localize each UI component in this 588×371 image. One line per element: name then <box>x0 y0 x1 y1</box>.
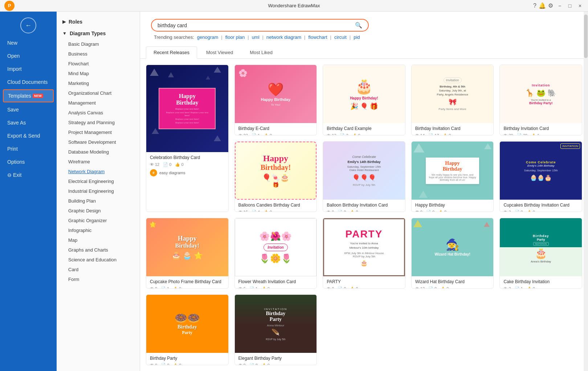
category-mind-map[interactable]: Mind Map <box>57 69 140 78</box>
exit-icon: ⊖ <box>7 172 12 178</box>
template-card-cake-inv[interactable]: Birthday Party INVITATION 🎂 Anna's Birth… <box>499 218 582 289</box>
card-info-balloons: Balloons Candies Birthday Card 👁 16 📄 4 … <box>235 200 317 212</box>
template-card-example[interactable]: 🎂 Happy Birthday! 🎉 🎈 🎁 Birthday Card Ex… <box>323 65 405 135</box>
sidebar-item-cloud[interactable]: Cloud Documents <box>0 76 57 89</box>
roles-arrow-icon: ▶ <box>62 19 66 24</box>
card-title-cake-inv: Cake Birthday Invitation <box>503 279 578 285</box>
back-button[interactable]: ← <box>20 17 36 33</box>
category-basic-diagram[interactable]: Basic Diagram <box>57 39 140 49</box>
category-graphic-design[interactable]: Graphic Design <box>57 206 140 216</box>
roles-header[interactable]: ▶ Roles <box>57 16 140 28</box>
sidebar-item-print[interactable]: Print <box>0 142 57 155</box>
trending-searches: Trending searches: genogram | floor plan… <box>151 34 577 40</box>
category-database[interactable]: Database Modeling <box>57 147 140 157</box>
search-icon[interactable]: 🔍 <box>355 22 362 29</box>
template-card-cupcake-frame[interactable]: Happy Birthday! 🎂 🧁 ⭐ 🌟 Cupcake Photo Fr… <box>146 218 229 289</box>
sidebar-item-exit[interactable]: ⊖ Exit <box>0 168 57 182</box>
card-image-wizard: 🧙 Wizard Hat Birthday! <box>412 218 494 276</box>
category-science[interactable]: Science and Education <box>57 255 140 265</box>
category-building-plan[interactable]: Building Plan <box>57 196 140 206</box>
trending-circuit[interactable]: circuit <box>334 34 347 40</box>
category-business[interactable]: Business <box>57 49 140 59</box>
community-icon[interactable]: ⚙ <box>548 2 553 9</box>
template-card-invitation2[interactable]: Invitation 🦒 🐸 🐘 You're invited to a Bir… <box>499 65 582 135</box>
card-info-celebration: Celebration Birthday Card 👁 12 📄 0 👍 0 e… <box>146 152 228 179</box>
trending-flowchart[interactable]: flowchart <box>308 34 327 40</box>
search-area: 🔍 Trending searches: genogram | floor pl… <box>140 12 588 44</box>
template-card-donut-party[interactable]: 🍩🍩 Birthday Party Birthday Party 👁 0 📄 0… <box>146 294 229 365</box>
diagram-types-arrow-icon: ▼ <box>62 31 67 36</box>
template-card-celebration[interactable]: Happy Birthday Replace your text here! R… <box>146 65 229 212</box>
diagram-types-header[interactable]: ▼ Diagram Types <box>57 28 140 39</box>
category-map[interactable]: Map <box>57 235 140 245</box>
minimize-button[interactable]: − <box>556 2 563 9</box>
category-card[interactable]: Card <box>57 265 140 274</box>
category-industrial[interactable]: Industrial Engineering <box>57 186 140 196</box>
tab-most-liked[interactable]: Most Liked <box>242 46 280 58</box>
category-graphs[interactable]: Graphs and Charts <box>57 245 140 255</box>
card-info-cake-inv: Cake Birthday Invitation 👁 2 📄 1 👍 0 <box>500 276 582 289</box>
category-infographic[interactable]: Infographic <box>57 225 140 235</box>
category-network-diagram[interactable]: Network Diagram <box>57 167 140 176</box>
trending-pid[interactable]: pid <box>354 34 360 40</box>
tab-most-viewed[interactable]: Most Viewed <box>199 46 241 58</box>
card-title-party: PARTY <box>327 279 401 285</box>
close-button[interactable]: × <box>576 2 584 9</box>
maximize-button[interactable]: □ <box>566 2 573 9</box>
trending-genogram[interactable]: genogram <box>197 34 219 40</box>
likes-stat: 👍 0 <box>175 162 183 167</box>
category-marketing[interactable]: Marketing <box>57 78 140 88</box>
sidebar-item-save[interactable]: Save <box>0 103 57 116</box>
right-panel: 🔍 Trending searches: genogram | floor pl… <box>140 12 588 371</box>
category-org-chart[interactable]: Organizational Chart <box>57 88 140 98</box>
template-card-invitation1[interactable]: Invitation Birthday, 4th & 5th Saturday,… <box>411 65 494 135</box>
category-software-dev[interactable]: Software Development <box>57 137 140 147</box>
card-image-party: PARTY You're invited to AnnaMintour's 10… <box>323 218 405 276</box>
template-card-balloons[interactable]: Happy Birthday! 🎈🍬🎂 🎁 Balloons Candies B… <box>234 141 317 212</box>
sidebar-item-new[interactable]: New <box>0 36 57 49</box>
template-card-hb-teal[interactable]: Happy Birthday We really happy to see yo… <box>411 141 494 212</box>
card-info-flower-wreath: Flower Wreath Invitation Card 👁 6 📄 1 👍 … <box>235 276 317 289</box>
template-card-balloon-inv[interactable]: Come Celebrate Emily's 14th Birthday Sat… <box>323 141 405 212</box>
tab-recent-releases[interactable]: Recent Releases <box>146 46 197 59</box>
sidebar-item-open[interactable]: Open <box>0 49 57 62</box>
category-management[interactable]: Management <box>57 98 140 108</box>
category-form[interactable]: Form <box>57 274 140 284</box>
card-title-balloon-inv: Balloon Birthday Invitation Card <box>327 203 401 208</box>
card-image-example: 🎂 Happy Birthday! 🎉 🎈 🎁 <box>323 65 405 123</box>
card-info-invitation1: Birthday Invitation Card 👁 14 📄 17 👍 0 4… <box>412 123 494 135</box>
copies-stat: 📄 0 <box>163 162 171 167</box>
template-card-elegant[interactable]: INVITATION Birthday Party Anna Mintour 🪶… <box>234 294 317 365</box>
template-card-party[interactable]: PARTY You're invited to AnnaMintour's 10… <box>323 218 405 289</box>
card-image-balloon-inv: Come Celebrate Emily's 14th Birthday Sat… <box>323 142 405 200</box>
card-info-elegant: Elegant Birthday Party 👁 0 📄 0 👍 0 <box>235 353 317 365</box>
category-strategy[interactable]: Strategy and Planning <box>57 118 140 127</box>
sidebar-item-options[interactable]: Options <box>0 155 57 168</box>
category-electrical[interactable]: Electrical Engineering <box>57 176 140 186</box>
trending-uml[interactable]: uml <box>252 34 260 40</box>
category-graphic-organizer[interactable]: Graphic Organizer <box>57 216 140 225</box>
category-wireframe[interactable]: Wireframe <box>57 157 140 167</box>
notification-icon[interactable]: 🔔 <box>539 2 546 9</box>
search-input[interactable] <box>158 23 355 28</box>
card-stats-party: 👁 0 📄 0 👍 0 <box>327 286 401 289</box>
category-flowchart[interactable]: Flowchart <box>57 59 140 69</box>
tabs-bar: Recent Releases Most Viewed Most Liked <box>140 44 588 59</box>
trending-network[interactable]: network diagram <box>266 34 301 40</box>
sidebar-item-templates[interactable]: Templates NEW <box>3 89 54 102</box>
sidebar-item-import[interactable]: Import <box>0 62 57 76</box>
sidebar-item-export[interactable]: Export & Send <box>0 129 57 142</box>
card-title-hb-teal: Happy Birthday <box>415 203 490 208</box>
category-analysis-canvas[interactable]: Analysis Canvas <box>57 108 140 118</box>
template-card-cupcakes[interactable]: Come Celebrate Emily's 14th Birthday Sat… <box>499 141 582 212</box>
template-card-wizard[interactable]: 🧙 Wizard Hat Birthday! Wizard Hat Birthd… <box>411 218 494 289</box>
trending-floorplan[interactable]: floor plan <box>225 34 245 40</box>
sidebar-item-saveas[interactable]: Save As <box>0 116 57 129</box>
card-image-cupcakes: Come Celebrate Emily's 14th Birthday Sat… <box>500 142 582 200</box>
card-info-example: Birthday Card Example 👁 13 📄 3 👍 0 e eas… <box>323 123 405 135</box>
category-project-management[interactable]: Project Management <box>57 127 140 137</box>
template-card-ecard[interactable]: ❤️ Happy Birthday 🌸 To You! Birthday E-C… <box>234 65 317 135</box>
template-card-flower-wreath[interactable]: 🌸🌺🌸 Invitation 🌷🌼🌷 Flower Wreath Invitat… <box>234 218 317 289</box>
help-icon[interactable]: ? <box>533 3 536 9</box>
card-title-ecard: Birthday E-Card <box>238 126 313 132</box>
